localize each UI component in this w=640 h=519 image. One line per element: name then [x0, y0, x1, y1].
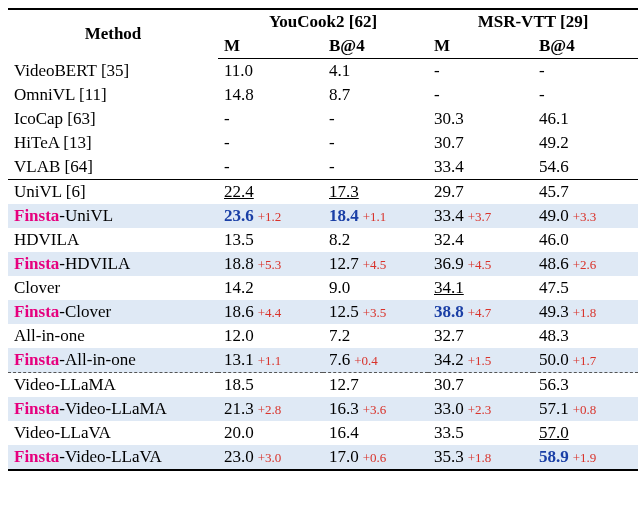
value-cell: 32.4	[428, 228, 533, 252]
value: 33.0	[434, 399, 464, 418]
table-row: Clover14.29.034.147.5	[8, 276, 638, 300]
table-row: IcoCap [63]--30.346.1	[8, 107, 638, 131]
value-cell: 33.4	[428, 155, 533, 180]
value-cell: 54.6	[533, 155, 638, 180]
value: 29.7	[434, 182, 464, 201]
value-cell: 57.0	[533, 421, 638, 445]
table-row: Finsta-Video-LLaVA23.0+3.017.0+0.635.3+1…	[8, 445, 638, 470]
table-row: Finsta-Video-LLaMA21.3+2.816.3+3.633.0+2…	[8, 397, 638, 421]
value-cell: 30.3	[428, 107, 533, 131]
delta: +3.3	[569, 209, 597, 224]
delta: +2.8	[254, 402, 282, 417]
value-cell: 13.5	[218, 228, 323, 252]
delta: +0.6	[359, 450, 387, 465]
value: 38.8	[434, 302, 464, 321]
value: 8.2	[329, 230, 350, 249]
value: 35.3	[434, 447, 464, 466]
value-cell: 34.1	[428, 276, 533, 300]
value-cell: 13.1+1.1	[218, 348, 323, 373]
table-row: VLAB [64]--33.454.6	[8, 155, 638, 180]
value: 46.1	[539, 109, 569, 128]
value: 18.6	[224, 302, 254, 321]
results-table: Method YouCook2 [62] MSR-VTT [29] M B@4 …	[8, 8, 638, 471]
value-cell: 12.5+3.5	[323, 300, 428, 324]
value-cell: -	[218, 155, 323, 180]
value-cell: 18.5	[218, 373, 323, 398]
finsta-prefix: Finsta	[14, 206, 59, 225]
col-yc-m: M	[218, 34, 323, 59]
method-cell: Finsta-HDVILA	[8, 252, 218, 276]
value: -	[224, 109, 230, 128]
finsta-prefix: Finsta	[14, 350, 59, 369]
value-cell: 33.4+3.7	[428, 204, 533, 228]
method-cell: Finsta-Video-LLaVA	[8, 445, 218, 470]
delta: +5.3	[254, 257, 282, 272]
value: -	[224, 133, 230, 152]
value: 30.7	[434, 133, 464, 152]
col-mv-b4: B@4	[533, 34, 638, 59]
value-cell: 57.1+0.8	[533, 397, 638, 421]
delta: +1.1	[254, 353, 282, 368]
value-cell: 56.3	[533, 373, 638, 398]
value-cell: 18.6+4.4	[218, 300, 323, 324]
value: -	[434, 61, 440, 80]
table-row: HDVILA13.58.232.446.0	[8, 228, 638, 252]
method-cell: Finsta-Clover	[8, 300, 218, 324]
value: 48.6	[539, 254, 569, 273]
value-cell: 11.0	[218, 59, 323, 84]
method-cell: VLAB [64]	[8, 155, 218, 180]
delta: +1.2	[254, 209, 282, 224]
table-body: VideoBERT [35]11.04.1--OmniVL [11]14.88.…	[8, 59, 638, 471]
value: 57.0	[539, 423, 569, 442]
method-suffix: -HDVILA	[59, 254, 130, 273]
value: -	[224, 157, 230, 176]
method-cell: VideoBERT [35]	[8, 59, 218, 84]
value-cell: 32.7	[428, 324, 533, 348]
value: 32.4	[434, 230, 464, 249]
delta: +1.5	[464, 353, 492, 368]
value: 18.8	[224, 254, 254, 273]
value-cell: -	[533, 83, 638, 107]
delta: +3.6	[359, 402, 387, 417]
value-cell: 46.1	[533, 107, 638, 131]
value-cell: 7.2	[323, 324, 428, 348]
value-cell: -	[218, 131, 323, 155]
delta: +2.3	[464, 402, 492, 417]
value-cell: 22.4	[218, 180, 323, 205]
delta: +4.5	[464, 257, 492, 272]
method-cell: Video-LLaMA	[8, 373, 218, 398]
table-row: HiTeA [13]--30.749.2	[8, 131, 638, 155]
value: 48.3	[539, 326, 569, 345]
method-suffix: -Video-LLaMA	[59, 399, 167, 418]
value-cell: 38.8+4.7	[428, 300, 533, 324]
value: 30.3	[434, 109, 464, 128]
table-row: Finsta-HDVILA18.8+5.312.7+4.536.9+4.548.…	[8, 252, 638, 276]
delta: +3.0	[254, 450, 282, 465]
table-row: Video-LLaMA18.512.730.756.3	[8, 373, 638, 398]
value-cell: 33.0+2.3	[428, 397, 533, 421]
delta: +3.5	[359, 305, 387, 320]
value-cell: 12.7	[323, 373, 428, 398]
value: 23.0	[224, 447, 254, 466]
table-row: Video-LLaVA20.016.433.557.0	[8, 421, 638, 445]
value: 49.2	[539, 133, 569, 152]
finsta-prefix: Finsta	[14, 254, 59, 273]
method-cell: Finsta-All-in-one	[8, 348, 218, 373]
value-cell: 29.7	[428, 180, 533, 205]
col-group-youcook2: YouCook2 [62]	[218, 9, 428, 34]
method-cell: Finsta-UniVL	[8, 204, 218, 228]
value: 46.0	[539, 230, 569, 249]
method-cell: All-in-one	[8, 324, 218, 348]
value-cell: -	[218, 107, 323, 131]
value: 18.5	[224, 375, 254, 394]
value-cell: 49.3+1.8	[533, 300, 638, 324]
value-cell: 12.0	[218, 324, 323, 348]
method-cell: Finsta-Video-LLaMA	[8, 397, 218, 421]
value: 21.3	[224, 399, 254, 418]
col-yc-b4: B@4	[323, 34, 428, 59]
value-cell: 21.3+2.8	[218, 397, 323, 421]
delta: +1.8	[569, 305, 597, 320]
value: 33.4	[434, 206, 464, 225]
value-cell: 20.0	[218, 421, 323, 445]
value-cell: 34.2+1.5	[428, 348, 533, 373]
